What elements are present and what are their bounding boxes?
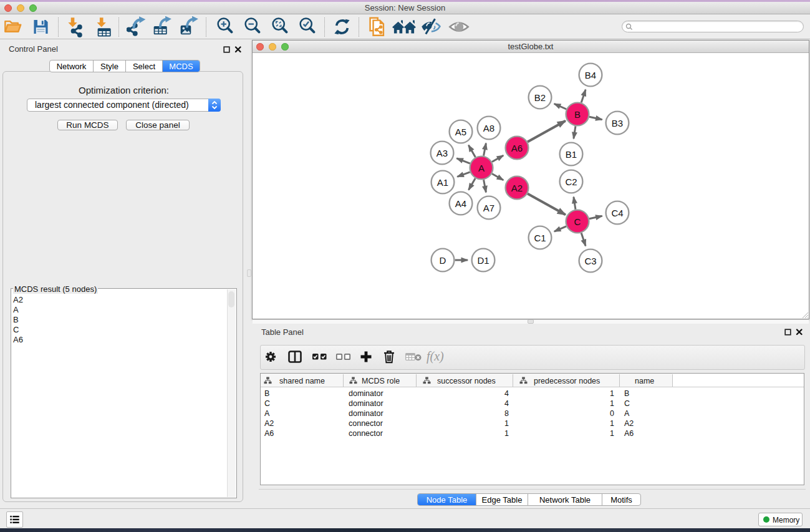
svg-text:A6: A6 xyxy=(511,143,523,153)
svg-text:B1: B1 xyxy=(566,149,577,160)
svg-text:A7: A7 xyxy=(483,203,494,213)
svg-text:B4: B4 xyxy=(585,70,596,80)
svg-text:B: B xyxy=(574,109,581,120)
svg-text:A3: A3 xyxy=(436,148,448,158)
svg-text:A: A xyxy=(478,163,485,173)
svg-text:A2: A2 xyxy=(511,183,523,193)
svg-text:B2: B2 xyxy=(534,92,546,103)
svg-text:C2: C2 xyxy=(565,177,577,187)
svg-text:A8: A8 xyxy=(483,123,494,133)
svg-text:C3: C3 xyxy=(584,256,596,266)
svg-text:A1: A1 xyxy=(437,177,448,188)
svg-text:C4: C4 xyxy=(611,208,623,218)
svg-text:D1: D1 xyxy=(477,255,489,266)
svg-text:B3: B3 xyxy=(612,118,623,128)
svg-text:C: C xyxy=(574,216,581,227)
svg-text:A4: A4 xyxy=(455,198,466,209)
svg-text:C1: C1 xyxy=(534,233,546,243)
svg-text:A5: A5 xyxy=(455,127,466,137)
svg-text:D: D xyxy=(440,255,446,266)
